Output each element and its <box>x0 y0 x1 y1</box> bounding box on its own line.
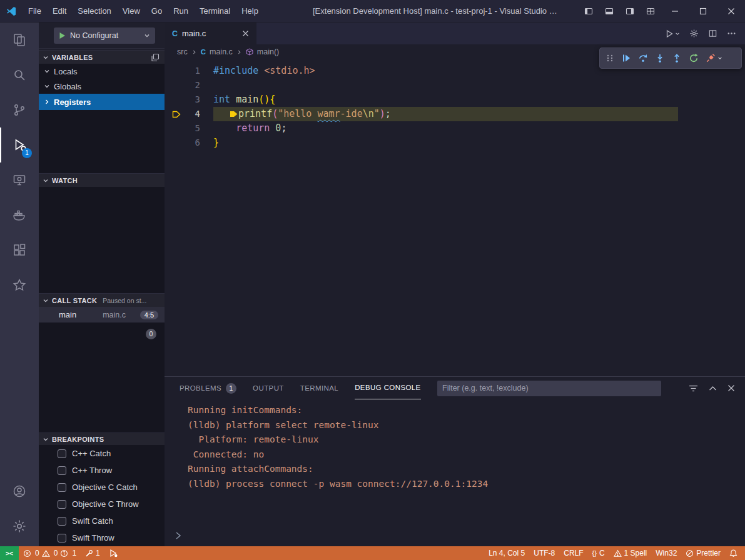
continue-button[interactable] <box>621 53 631 63</box>
variables-section-header[interactable]: VARIABLES <box>39 50 165 64</box>
variables-scope-globals[interactable]: Globals <box>39 79 165 94</box>
sidebar-item-favorites[interactable] <box>0 268 39 302</box>
sidebar-item-explorer[interactable] <box>0 22 39 58</box>
checkbox[interactable] <box>58 517 66 526</box>
breakpoint-gutter[interactable] <box>165 107 181 121</box>
manage-button[interactable] <box>0 509 39 544</box>
line-number: 5 <box>181 121 200 136</box>
eol-status[interactable]: CRLF <box>559 546 587 560</box>
breakpoint-item[interactable]: Swift Throw <box>39 529 165 546</box>
menu-run[interactable]: Run <box>168 0 194 22</box>
minimize-button[interactable] <box>661 0 689 22</box>
vscode-window: File Edit Selection View Go Run Terminal… <box>0 0 745 560</box>
breakpoint-gutter[interactable] <box>165 64 181 78</box>
breadcrumb-symbol[interactable]: main() <box>257 48 279 56</box>
formatter-status[interactable]: Prettier <box>681 546 725 560</box>
close-panel-icon[interactable] <box>727 384 735 392</box>
remote-indicator[interactable]: >< <box>0 546 19 560</box>
sidebar-item-extensions[interactable] <box>0 232 39 268</box>
collapse-all-icon[interactable] <box>151 53 160 62</box>
more-actions-button[interactable] <box>727 29 736 38</box>
tools-status[interactable]: 1 <box>81 546 104 560</box>
menu-terminal[interactable]: Terminal <box>194 0 236 22</box>
step-out-button[interactable] <box>672 53 682 63</box>
search-icon <box>12 68 27 82</box>
accounts-button[interactable] <box>0 474 39 509</box>
menu-selection[interactable]: Selection <box>72 0 116 22</box>
run-or-debug-button[interactable] <box>665 29 680 38</box>
console-line: Connected: no <box>188 448 745 462</box>
warning-icon <box>42 549 50 558</box>
toggle-panel-button[interactable] <box>599 0 619 22</box>
debug-status[interactable] <box>104 546 122 560</box>
tab-terminal[interactable]: TERMINAL <box>300 378 338 399</box>
console-input-prompt[interactable] <box>175 531 182 540</box>
menu-file[interactable]: File <box>23 0 47 22</box>
checkbox[interactable] <box>58 483 66 492</box>
watch-section-header[interactable]: WATCH <box>39 173 165 187</box>
breakpoint-item[interactable]: Swift Catch <box>39 512 165 529</box>
breakpoint-gutter[interactable] <box>165 92 181 107</box>
breakpoint-gutter[interactable] <box>165 136 181 150</box>
sidebar-item-remote-explorer[interactable] <box>0 162 39 198</box>
close-window-button[interactable] <box>717 0 745 22</box>
chevron-up-icon[interactable] <box>709 386 717 391</box>
tab-main-c[interactable]: C main.c <box>165 22 256 44</box>
menu-help[interactable]: Help <box>236 0 264 22</box>
code-editor[interactable]: 1 #include <stdio.h> 2 3 int main(){ 4 p… <box>165 64 745 376</box>
filter-icon[interactable] <box>689 384 698 392</box>
checkbox[interactable] <box>58 500 66 509</box>
callstack-section-header[interactable]: CALL STACK Paused on st... <box>39 293 165 307</box>
toggle-secondary-sidebar-button[interactable] <box>619 0 640 22</box>
problems-status[interactable]: 0 0 1 <box>19 546 81 560</box>
encoding-status[interactable]: UTF-8 <box>529 546 559 560</box>
code-line: 5 return 0; <box>165 121 745 136</box>
checkbox[interactable] <box>58 466 66 475</box>
close-tab-icon[interactable] <box>242 30 249 37</box>
breadcrumb-folder[interactable]: src <box>177 48 188 56</box>
variables-scope-registers[interactable]: Registers <box>39 94 165 110</box>
breakpoint-item[interactable]: Objective C Throw <box>39 496 165 512</box>
sidebar-item-search[interactable] <box>0 58 39 92</box>
sidebar-item-docker[interactable] <box>0 198 39 232</box>
line-col-status[interactable]: Ln 4, Col 5 <box>484 546 529 560</box>
variables-scope-locals[interactable]: Locals <box>39 64 165 79</box>
menu-view[interactable]: View <box>117 0 146 22</box>
tab-output[interactable]: OUTPUT <box>253 378 284 399</box>
checkbox[interactable] <box>58 449 66 458</box>
disconnect-button[interactable] <box>706 53 722 63</box>
restart-button[interactable] <box>689 53 699 63</box>
step-over-button[interactable] <box>638 53 648 63</box>
debug-config-select[interactable]: No Configurat <box>54 28 155 44</box>
platform-status[interactable]: Win32 <box>651 546 681 560</box>
language-status[interactable]: {} C <box>588 546 609 560</box>
sidebar-item-source-control[interactable] <box>0 92 39 128</box>
breadcrumb-file[interactable]: main.c <box>210 48 233 56</box>
menu-go[interactable]: Go <box>146 0 168 22</box>
breakpoint-gutter[interactable] <box>165 121 181 136</box>
callstack-body: main main.c 4:5 0 <box>39 307 165 432</box>
menu-edit[interactable]: Edit <box>47 0 72 22</box>
tab-problems[interactable]: PROBLEMS 1 <box>180 378 236 399</box>
sidebar-item-run-and-debug[interactable]: 1 <box>0 128 39 162</box>
console-filter-input[interactable] <box>437 381 661 396</box>
breakpoint-item[interactable]: C++ Throw <box>39 462 165 479</box>
tab-debug-console[interactable]: DEBUG CONSOLE <box>355 378 421 399</box>
breakpoint-item[interactable]: Objective C Catch <box>39 479 165 496</box>
configure-button[interactable] <box>689 29 699 38</box>
checkbox[interactable] <box>58 534 66 542</box>
toggle-primary-sidebar-button[interactable] <box>578 0 599 22</box>
split-editor-button[interactable] <box>708 29 717 38</box>
maximize-button[interactable] <box>689 0 717 22</box>
breakpoint-gutter[interactable] <box>165 78 181 92</box>
notifications-button[interactable] <box>725 546 745 560</box>
callstack-frame-row[interactable]: main main.c 4:5 <box>39 307 165 322</box>
step-into-button[interactable] <box>655 53 665 63</box>
toolbar-drag-handle[interactable] <box>606 53 614 63</box>
step-into-icon <box>655 53 665 63</box>
breakpoints-section-header[interactable]: BREAKPOINTS <box>39 432 165 445</box>
breakpoint-item[interactable]: C++ Catch <box>39 445 165 462</box>
customize-layout-button[interactable] <box>640 0 661 22</box>
more-actions-icon <box>727 29 736 38</box>
spell-status[interactable]: 1 Spell <box>609 546 652 560</box>
